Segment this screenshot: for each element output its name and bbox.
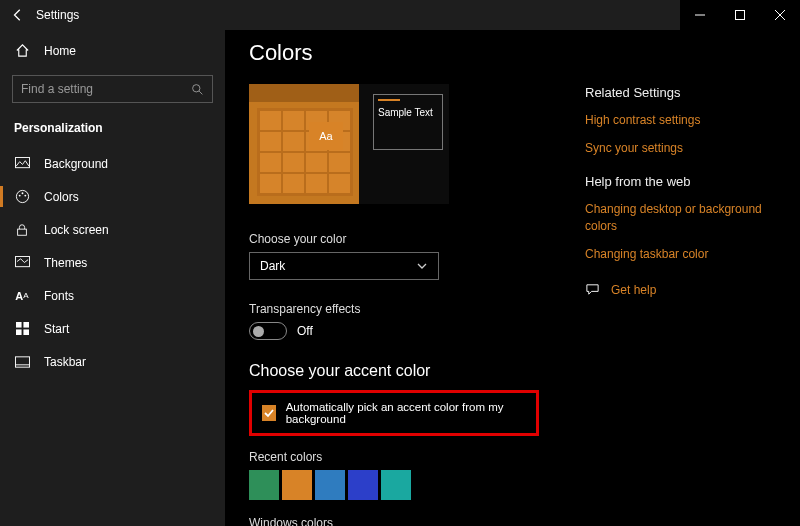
sidebar: Home Personalization Background Colors L…: [0, 30, 225, 526]
recent-colors: [249, 470, 561, 500]
help-heading: Help from the web: [585, 174, 775, 189]
windows-colors-label: Windows colors: [249, 516, 561, 526]
get-help-link[interactable]: Get help: [611, 282, 656, 298]
auto-accent-label: Automatically pick an accent color from …: [286, 401, 526, 425]
chat-icon: [585, 282, 601, 298]
sidebar-item-label: Background: [44, 157, 108, 171]
sidebar-item-label: Taskbar: [44, 355, 86, 369]
arrow-left-icon: [11, 8, 25, 22]
svg-point-8: [24, 195, 26, 197]
home-icon: [14, 43, 30, 59]
themes-icon: [14, 255, 30, 271]
svg-rect-15: [15, 356, 29, 366]
svg-rect-12: [23, 322, 29, 328]
picture-icon: [14, 156, 30, 172]
transparency-state: Off: [297, 324, 313, 338]
choose-color-value: Dark: [260, 259, 285, 273]
sample-text: Sample Text: [378, 107, 433, 118]
preview-sample-window: Sample Text: [373, 94, 443, 150]
sidebar-home[interactable]: Home: [0, 34, 225, 67]
link-change-taskbar-color[interactable]: Changing taskbar color: [585, 246, 775, 262]
svg-rect-4: [15, 157, 29, 167]
recent-colors-label: Recent colors: [249, 450, 561, 464]
accent-heading: Choose your accent color: [249, 362, 561, 380]
sidebar-item-colors[interactable]: Colors: [0, 180, 225, 213]
sidebar-item-lockscreen[interactable]: Lock screen: [0, 213, 225, 246]
minimize-icon: [695, 10, 705, 20]
svg-rect-13: [16, 329, 22, 335]
sidebar-home-label: Home: [44, 44, 76, 58]
related-panel: Related Settings High contrast settings …: [585, 30, 785, 526]
link-sync-settings[interactable]: Sync your settings: [585, 140, 775, 156]
sidebar-item-fonts[interactable]: AA Fonts: [0, 279, 225, 312]
window-controls: [680, 0, 800, 30]
close-icon: [775, 10, 785, 20]
svg-rect-9: [18, 229, 27, 235]
sidebar-section-label: Personalization: [0, 111, 225, 147]
transparency-toggle[interactable]: [249, 322, 287, 340]
sidebar-item-themes[interactable]: Themes: [0, 246, 225, 279]
svg-rect-14: [23, 329, 29, 335]
sidebar-item-label: Fonts: [44, 289, 74, 303]
main-content: Colors Aa Sample Text Choose your color …: [225, 30, 585, 526]
recent-color-swatch[interactable]: [249, 470, 279, 500]
transparency-label: Transparency effects: [249, 302, 561, 316]
link-change-desktop-colors[interactable]: Changing desktop or background colors: [585, 201, 775, 233]
palette-icon: [14, 189, 30, 205]
close-button[interactable]: [760, 0, 800, 30]
maximize-icon: [735, 10, 745, 20]
checkmark-icon: [263, 407, 275, 419]
link-high-contrast[interactable]: High contrast settings: [585, 112, 775, 128]
sidebar-item-label: Start: [44, 322, 69, 336]
sidebar-item-label: Themes: [44, 256, 87, 270]
maximize-button[interactable]: [720, 0, 760, 30]
minimize-button[interactable]: [680, 0, 720, 30]
preview-aa: Aa: [309, 122, 343, 150]
page-title: Colors: [249, 40, 561, 66]
auto-accent-highlight: Automatically pick an accent color from …: [249, 390, 539, 436]
svg-point-2: [193, 84, 200, 91]
fonts-icon: AA: [14, 288, 30, 304]
recent-color-swatch[interactable]: [315, 470, 345, 500]
auto-accent-checkbox[interactable]: [262, 405, 276, 421]
related-heading: Related Settings: [585, 85, 775, 100]
search-input[interactable]: [12, 75, 213, 103]
start-icon: [14, 321, 30, 337]
taskbar-icon: [14, 354, 30, 370]
back-button[interactable]: [0, 8, 36, 22]
sidebar-item-label: Colors: [44, 190, 79, 204]
search-field[interactable]: [21, 82, 191, 96]
color-preview: Aa Sample Text: [249, 84, 449, 204]
recent-color-swatch[interactable]: [348, 470, 378, 500]
sidebar-item-start[interactable]: Start: [0, 312, 225, 345]
recent-color-swatch[interactable]: [381, 470, 411, 500]
recent-color-swatch[interactable]: [282, 470, 312, 500]
choose-color-label: Choose your color: [249, 232, 561, 246]
svg-point-7: [21, 192, 23, 194]
svg-line-3: [199, 91, 202, 94]
sidebar-item-label: Lock screen: [44, 223, 109, 237]
window-title: Settings: [36, 8, 79, 22]
svg-rect-11: [16, 322, 22, 328]
chevron-down-icon: [416, 260, 428, 272]
titlebar: Settings: [0, 0, 800, 30]
search-icon: [191, 83, 204, 96]
svg-point-6: [18, 195, 20, 197]
choose-color-select[interactable]: Dark: [249, 252, 439, 280]
lock-icon: [14, 222, 30, 238]
sidebar-item-taskbar[interactable]: Taskbar: [0, 345, 225, 378]
svg-rect-1: [736, 11, 745, 20]
sidebar-item-background[interactable]: Background: [0, 147, 225, 180]
svg-point-5: [16, 190, 28, 202]
